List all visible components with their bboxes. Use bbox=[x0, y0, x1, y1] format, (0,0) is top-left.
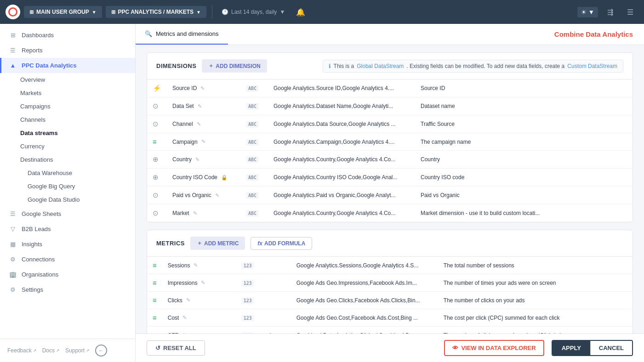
apply-button[interactable]: APPLY bbox=[553, 341, 590, 355]
top-navigation: ⊞ MAIN USER GROUP ▼ ⊞ PPC ANALYTICS / MA… bbox=[0, 0, 644, 24]
edit-icon[interactable]: ✎ bbox=[201, 280, 205, 286]
add-formula-button[interactable]: fx ADD FORMULA bbox=[251, 237, 312, 250]
sidebar-item-b2b-leads[interactable]: ▽ B2B Leads bbox=[0, 221, 135, 237]
row-sources: Google Analytics.Campaign,Google Analyti… bbox=[268, 133, 415, 151]
sidebar-sub-item-google-data-studio[interactable]: Google Data Studio bbox=[20, 193, 135, 206]
row-description: The number of clicks your ad receives (C… bbox=[438, 327, 633, 334]
user-group-button[interactable]: ⊞ MAIN USER GROUP ▼ bbox=[24, 6, 102, 18]
edit-icon[interactable]: ✎ bbox=[182, 315, 187, 321]
datasource-button[interactable]: ⊞ PPC ANALYTICS / MARKETS ▼ bbox=[106, 6, 206, 18]
row-sources: Google Analytics.Dataset Name,Google Ana… bbox=[268, 97, 415, 115]
sidebar-sub-item-channels[interactable]: Channels bbox=[20, 113, 135, 126]
custom-datastream-link[interactable]: Custom DataStream bbox=[567, 63, 617, 69]
row-type-icon: ≡ bbox=[147, 274, 162, 292]
info-icon: ℹ bbox=[329, 63, 331, 69]
row-type-icon: ⚡ bbox=[147, 79, 167, 97]
chevron-down-icon: ▼ bbox=[196, 10, 201, 15]
user-settings-button[interactable]: ☀ ▼ bbox=[577, 7, 598, 17]
sidebar-item-connections[interactable]: ⚙ Connections bbox=[0, 252, 135, 267]
metrics-section: METRICS ＋ ADD METRIC fx ADD FORMULA ≡ Se… bbox=[147, 230, 633, 334]
cancel-button[interactable]: CANCEL bbox=[591, 341, 632, 355]
edit-icon[interactable]: ✎ bbox=[193, 210, 197, 216]
dimensions-section: DIMENSIONS ＋ ADD DIMENSION ℹ This is a G… bbox=[147, 52, 633, 222]
feedback-link[interactable]: Feedback ↗ bbox=[7, 347, 37, 354]
edit-icon[interactable]: ✎ bbox=[201, 139, 205, 145]
table-row: ⊕ Country ✎ ABC Google Analytics.Country… bbox=[147, 151, 633, 169]
sidebar-item-insights[interactable]: ▦ Insights bbox=[0, 237, 135, 252]
row-description: Traffic Source bbox=[415, 115, 633, 133]
row-name: Channel ✎ bbox=[167, 115, 240, 133]
table-row: ⊙ Market ✎ ABC Google Analytics.Country,… bbox=[147, 204, 633, 222]
row-name: Country ISO Code 🔒 bbox=[167, 169, 240, 187]
row-description: The cost per click (CPC) summed for each… bbox=[438, 309, 633, 327]
row-formula-badge bbox=[263, 292, 291, 309]
row-description: Dataset name bbox=[415, 97, 633, 115]
edit-icon[interactable]: ✎ bbox=[198, 103, 202, 109]
docs-link[interactable]: Docs ↗ bbox=[42, 347, 60, 354]
sidebar-item-ppc-data-analytics[interactable]: ▲ PPC Data Analytics bbox=[0, 58, 135, 73]
row-type-badge: ABC bbox=[240, 204, 268, 222]
chevron-down-icon: ▼ bbox=[279, 9, 285, 15]
add-metric-button[interactable]: ＋ ADD METRIC bbox=[190, 237, 245, 250]
edit-icon[interactable]: ✎ bbox=[195, 157, 199, 163]
sidebar-item-google-sheets[interactable]: ☰ Google Sheets bbox=[0, 206, 135, 221]
edit-icon[interactable]: ✎ bbox=[197, 121, 201, 127]
table-row: ⚡ Source ID ✎ ABC Google Analytics.Sourc… bbox=[147, 79, 633, 97]
edit-icon[interactable]: ✎ bbox=[186, 297, 190, 303]
scroll-content: DIMENSIONS ＋ ADD DIMENSION ℹ This is a G… bbox=[136, 45, 644, 334]
actions-group: APPLY CANCEL bbox=[552, 340, 633, 356]
row-formula-badge bbox=[263, 309, 291, 327]
row-type-badge: ABC bbox=[240, 79, 268, 97]
sidebar-item-reports[interactable]: ☰ Reports bbox=[0, 43, 135, 58]
sidebar-item-organisations[interactable]: 🏢 Organisations bbox=[0, 267, 135, 282]
sidebar-item-dashboards[interactable]: ⊞ Dashboards bbox=[0, 28, 135, 43]
sidebar-sub-item-currency[interactable]: Currency bbox=[20, 140, 135, 153]
date-range-display[interactable]: 🕐 Last 14 days, daily ▼ bbox=[218, 9, 289, 15]
sidebar-item-settings[interactable]: ⚙ Settings bbox=[0, 282, 135, 297]
support-link[interactable]: Support ↗ bbox=[65, 347, 90, 354]
row-description: Country bbox=[415, 151, 633, 169]
row-type-icon: ≡ bbox=[147, 257, 162, 274]
chevron-down-icon: ▼ bbox=[588, 9, 594, 16]
share-button[interactable]: ⇶ bbox=[602, 4, 618, 20]
sidebar-sub-item-campaigns[interactable]: Campaigns bbox=[20, 100, 135, 113]
row-description: Country ISO code bbox=[415, 169, 633, 187]
tab-metrics-dimensions[interactable]: 🔍 Metrics and dimensions bbox=[136, 24, 228, 45]
row-description: The number of times your ads were on scr… bbox=[438, 274, 633, 292]
table-row: ≡ Clicks ✎ 123 Google Ads Geo.Clicks,Fac… bbox=[147, 292, 633, 309]
dimensions-table: ⚡ Source ID ✎ ABC Google Analytics.Sourc… bbox=[147, 79, 633, 222]
sidebar-sub-item-destinations[interactable]: Destinations bbox=[20, 153, 135, 166]
edit-icon[interactable]: ✎ bbox=[200, 85, 205, 91]
sheet-icon: ☰ bbox=[9, 210, 17, 217]
notification-button[interactable]: 🔔 bbox=[292, 4, 309, 20]
view-in-data-explorer-button[interactable]: 👁 VIEW IN DATA EXPLORER bbox=[444, 340, 544, 356]
help-circle-button[interactable]: ← bbox=[95, 345, 107, 356]
row-type-icon: ⊕ bbox=[147, 169, 167, 187]
formula-icon: fx bbox=[257, 240, 262, 247]
grid-icon: ⊞ bbox=[9, 32, 17, 39]
sidebar-sub-item-markets[interactable]: Markets bbox=[20, 86, 135, 100]
add-dimension-button[interactable]: ＋ ADD DIMENSION bbox=[202, 59, 267, 73]
sidebar-sub-item-data-streams[interactable]: Data streams bbox=[20, 126, 135, 140]
lock-icon: 🔒 bbox=[221, 175, 228, 181]
sidebar-sub-item-data-warehouse[interactable]: Data Warehouse bbox=[20, 166, 135, 180]
sidebar-sub-item-google-big-query[interactable]: Google Big Query bbox=[20, 180, 135, 193]
table-row: ≡ Campaign ✎ ABC Google Analytics.Campai… bbox=[147, 133, 633, 151]
row-name: Cost ✎ bbox=[162, 309, 236, 327]
edit-icon[interactable]: ✎ bbox=[215, 192, 219, 198]
row-name: Impressions ✎ bbox=[162, 274, 236, 292]
table-row: ≡ Cost ✎ 123 Google Ads Geo.Cost,Faceboo… bbox=[147, 309, 633, 327]
clock-icon: 🕐 bbox=[222, 9, 228, 15]
sidebar-navigation: ⊞ Dashboards ☰ Reports ▲ PPC Data Analyt… bbox=[0, 24, 135, 339]
row-description: Source ID bbox=[415, 79, 633, 97]
reset-all-button[interactable]: ↺ RESET ALL bbox=[147, 340, 205, 356]
eye-icon: 👁 bbox=[452, 345, 458, 351]
edit-icon[interactable]: ✎ bbox=[194, 262, 198, 268]
global-datastream-link[interactable]: Global DataStream bbox=[357, 63, 404, 69]
table-row: ⊙ Paid vs Organic ✎ ABC Google Analytics… bbox=[147, 187, 633, 204]
search-icon: 🔍 bbox=[145, 30, 152, 37]
row-name: Data Set ✎ bbox=[167, 97, 240, 115]
menu-button[interactable]: ☰ bbox=[622, 4, 638, 20]
analytics-icon: ▲ bbox=[9, 62, 17, 69]
sidebar-sub-item-overview[interactable]: Overview bbox=[20, 73, 135, 86]
